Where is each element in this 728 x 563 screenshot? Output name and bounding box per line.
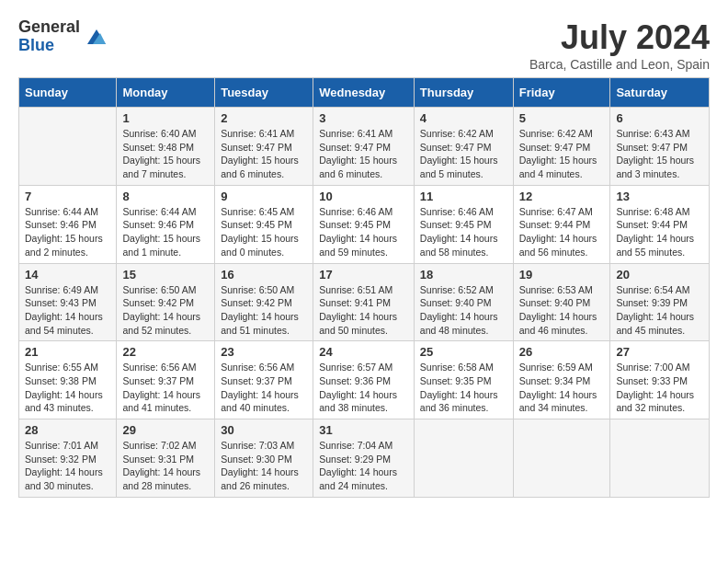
- day-number: 16: [221, 268, 307, 282]
- logo-icon: [84, 24, 109, 50]
- day-number: 10: [319, 190, 408, 203]
- day-number: 17: [319, 268, 408, 282]
- calendar-cell: 30Sunrise: 7:03 AM Sunset: 9:30 PM Dayli…: [215, 419, 313, 498]
- day-number: 18: [420, 268, 507, 282]
- calendar-cell: 16Sunrise: 6:50 AM Sunset: 9:42 PM Dayli…: [215, 263, 313, 341]
- header-cell-wednesday: Wednesday: [313, 78, 415, 108]
- calendar-cell: 7Sunrise: 6:44 AM Sunset: 9:46 PM Daylig…: [19, 185, 117, 263]
- cell-info-text: Sunrise: 6:53 AM Sunset: 9:40 PM Dayligh…: [519, 283, 605, 338]
- week-row: 1Sunrise: 6:40 AM Sunset: 9:48 PM Daylig…: [19, 108, 710, 186]
- calendar-cell: 2Sunrise: 6:41 AM Sunset: 9:47 PM Daylig…: [215, 108, 313, 186]
- calendar-body: 1Sunrise: 6:40 AM Sunset: 9:48 PM Daylig…: [19, 108, 710, 498]
- calendar-cell: 29Sunrise: 7:02 AM Sunset: 9:31 PM Dayli…: [117, 419, 215, 498]
- cell-info-text: Sunrise: 6:56 AM Sunset: 9:37 PM Dayligh…: [221, 361, 307, 415]
- cell-info-text: Sunrise: 6:45 AM Sunset: 9:45 PM Dayligh…: [221, 205, 307, 259]
- calendar-cell: 12Sunrise: 6:47 AM Sunset: 9:44 PM Dayli…: [513, 185, 610, 263]
- calendar-cell: 11Sunrise: 6:46 AM Sunset: 9:45 PM Dayli…: [414, 185, 513, 263]
- calendar-cell: 19Sunrise: 6:53 AM Sunset: 9:40 PM Dayli…: [513, 263, 610, 341]
- calendar-cell: [513, 419, 610, 498]
- day-number: 27: [616, 345, 703, 359]
- calendar-cell: 15Sunrise: 6:50 AM Sunset: 9:42 PM Dayli…: [117, 263, 215, 341]
- week-row: 28Sunrise: 7:01 AM Sunset: 9:32 PM Dayli…: [19, 419, 710, 498]
- header-cell-friday: Friday: [513, 78, 610, 108]
- day-number: 11: [420, 190, 507, 203]
- cell-info-text: Sunrise: 6:54 AM Sunset: 9:39 PM Dayligh…: [616, 283, 703, 338]
- calendar-header: SundayMondayTuesdayWednesdayThursdayFrid…: [19, 78, 710, 108]
- cell-info-text: Sunrise: 7:00 AM Sunset: 9:33 PM Dayligh…: [616, 361, 703, 415]
- calendar-cell: 24Sunrise: 6:57 AM Sunset: 9:36 PM Dayli…: [313, 341, 415, 419]
- cell-info-text: Sunrise: 6:58 AM Sunset: 9:35 PM Dayligh…: [420, 361, 507, 415]
- day-number: 1: [122, 111, 209, 125]
- cell-info-text: Sunrise: 6:59 AM Sunset: 9:34 PM Dayligh…: [519, 361, 605, 415]
- cell-info-text: Sunrise: 6:50 AM Sunset: 9:42 PM Dayligh…: [221, 283, 307, 338]
- cell-info-text: Sunrise: 6:57 AM Sunset: 9:36 PM Dayligh…: [319, 361, 408, 415]
- calendar-cell: 23Sunrise: 6:56 AM Sunset: 9:37 PM Dayli…: [215, 341, 313, 419]
- calendar-cell: 27Sunrise: 7:00 AM Sunset: 9:33 PM Dayli…: [610, 341, 710, 419]
- cell-info-text: Sunrise: 7:01 AM Sunset: 9:32 PM Dayligh…: [25, 439, 110, 493]
- day-number: 13: [616, 190, 703, 203]
- cell-info-text: Sunrise: 6:56 AM Sunset: 9:37 PM Dayligh…: [122, 361, 209, 415]
- day-number: 5: [519, 111, 605, 125]
- day-number: 22: [122, 345, 209, 359]
- page-header: General Blue July 2024 Barca, Castille a…: [18, 18, 710, 72]
- day-number: 14: [25, 268, 110, 282]
- cell-info-text: Sunrise: 6:50 AM Sunset: 9:42 PM Dayligh…: [122, 283, 209, 338]
- day-number: 19: [519, 268, 605, 282]
- calendar-cell: 17Sunrise: 6:51 AM Sunset: 9:41 PM Dayli…: [313, 263, 415, 341]
- cell-info-text: Sunrise: 6:44 AM Sunset: 9:46 PM Dayligh…: [122, 205, 209, 259]
- cell-info-text: Sunrise: 7:04 AM Sunset: 9:29 PM Dayligh…: [319, 439, 408, 493]
- calendar-cell: 13Sunrise: 6:48 AM Sunset: 9:44 PM Dayli…: [610, 185, 710, 263]
- day-number: 23: [221, 345, 307, 359]
- cell-info-text: Sunrise: 6:44 AM Sunset: 9:46 PM Dayligh…: [25, 205, 110, 259]
- cell-info-text: Sunrise: 6:52 AM Sunset: 9:40 PM Dayligh…: [420, 283, 507, 338]
- day-number: 2: [221, 111, 307, 125]
- calendar-cell: 28Sunrise: 7:01 AM Sunset: 9:32 PM Dayli…: [19, 419, 117, 498]
- cell-info-text: Sunrise: 6:55 AM Sunset: 9:38 PM Dayligh…: [25, 361, 110, 415]
- day-number: 8: [122, 190, 209, 203]
- header-cell-thursday: Thursday: [414, 78, 513, 108]
- calendar-cell: 10Sunrise: 6:46 AM Sunset: 9:45 PM Dayli…: [313, 185, 415, 263]
- week-row: 7Sunrise: 6:44 AM Sunset: 9:46 PM Daylig…: [19, 185, 710, 263]
- calendar-cell: 22Sunrise: 6:56 AM Sunset: 9:37 PM Dayli…: [117, 341, 215, 419]
- week-row: 14Sunrise: 6:49 AM Sunset: 9:43 PM Dayli…: [19, 263, 710, 341]
- calendar-cell: [610, 419, 710, 498]
- cell-info-text: Sunrise: 6:42 AM Sunset: 9:47 PM Dayligh…: [519, 127, 605, 181]
- calendar-cell: 14Sunrise: 6:49 AM Sunset: 9:43 PM Dayli…: [19, 263, 117, 341]
- cell-info-text: Sunrise: 6:46 AM Sunset: 9:45 PM Dayligh…: [319, 205, 408, 259]
- week-row: 21Sunrise: 6:55 AM Sunset: 9:38 PM Dayli…: [19, 341, 710, 419]
- logo-blue-text: Blue: [18, 37, 80, 55]
- month-title: July 2024: [529, 18, 710, 57]
- day-number: 12: [519, 190, 605, 203]
- calendar-cell: 8Sunrise: 6:44 AM Sunset: 9:46 PM Daylig…: [117, 185, 215, 263]
- calendar-cell: 18Sunrise: 6:52 AM Sunset: 9:40 PM Dayli…: [414, 263, 513, 341]
- calendar-cell: 25Sunrise: 6:58 AM Sunset: 9:35 PM Dayli…: [414, 341, 513, 419]
- calendar-cell: 4Sunrise: 6:42 AM Sunset: 9:47 PM Daylig…: [414, 108, 513, 186]
- day-number: 26: [519, 345, 605, 359]
- cell-info-text: Sunrise: 6:41 AM Sunset: 9:47 PM Dayligh…: [221, 127, 307, 181]
- calendar-table: SundayMondayTuesdayWednesdayThursdayFrid…: [18, 77, 710, 498]
- logo-general-text: General: [18, 18, 80, 37]
- calendar-cell: 6Sunrise: 6:43 AM Sunset: 9:47 PM Daylig…: [610, 108, 710, 186]
- cell-info-text: Sunrise: 7:02 AM Sunset: 9:31 PM Dayligh…: [122, 439, 209, 493]
- calendar-cell: 31Sunrise: 7:04 AM Sunset: 9:29 PM Dayli…: [313, 419, 415, 498]
- calendar-cell: 5Sunrise: 6:42 AM Sunset: 9:47 PM Daylig…: [513, 108, 610, 186]
- day-number: 6: [616, 111, 703, 125]
- calendar-cell: [414, 419, 513, 498]
- day-number: 28: [25, 423, 110, 437]
- header-cell-sunday: Sunday: [19, 78, 117, 108]
- cell-info-text: Sunrise: 6:42 AM Sunset: 9:47 PM Dayligh…: [420, 127, 507, 181]
- location-text: Barca, Castille and Leon, Spain: [529, 57, 710, 72]
- calendar-cell: 21Sunrise: 6:55 AM Sunset: 9:38 PM Dayli…: [19, 341, 117, 419]
- day-number: 30: [221, 423, 307, 437]
- cell-info-text: Sunrise: 6:43 AM Sunset: 9:47 PM Dayligh…: [616, 127, 703, 181]
- calendar-cell: 20Sunrise: 6:54 AM Sunset: 9:39 PM Dayli…: [610, 263, 710, 341]
- cell-info-text: Sunrise: 6:46 AM Sunset: 9:45 PM Dayligh…: [420, 205, 507, 259]
- day-number: 9: [221, 190, 307, 203]
- cell-info-text: Sunrise: 6:40 AM Sunset: 9:48 PM Dayligh…: [122, 127, 209, 181]
- day-number: 31: [319, 423, 408, 437]
- cell-info-text: Sunrise: 6:49 AM Sunset: 9:43 PM Dayligh…: [25, 283, 110, 338]
- day-number: 20: [616, 268, 703, 282]
- calendar-cell: 3Sunrise: 6:41 AM Sunset: 9:47 PM Daylig…: [313, 108, 415, 186]
- day-number: 21: [25, 345, 110, 359]
- calendar-cell: 9Sunrise: 6:45 AM Sunset: 9:45 PM Daylig…: [215, 185, 313, 263]
